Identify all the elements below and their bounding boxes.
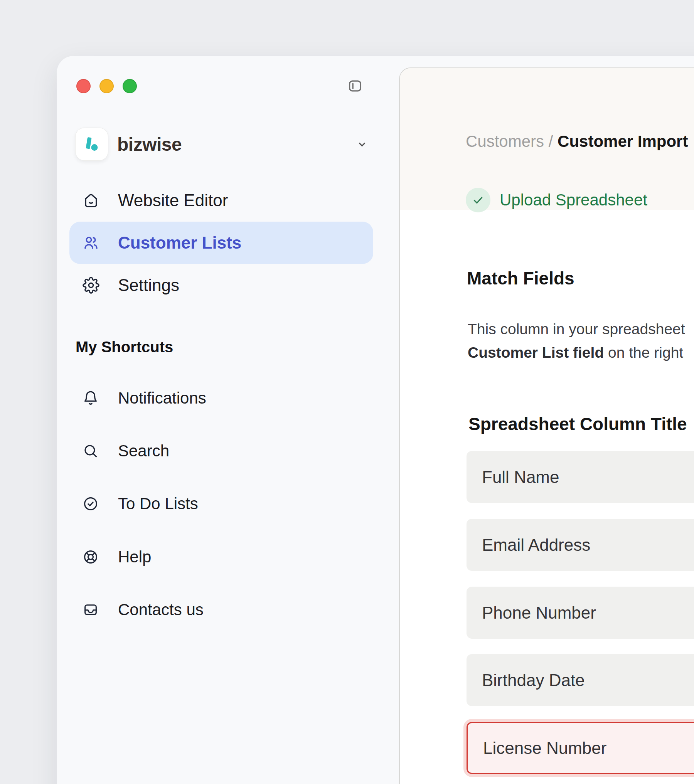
zoom-window-button[interactable] (123, 79, 137, 93)
check-circle-icon (83, 496, 99, 512)
bell-icon (83, 390, 99, 406)
sidebar-item-settings[interactable]: Settings (69, 264, 373, 306)
sidebar-item-label: Help (118, 548, 151, 566)
column-header-spreadsheet-column-title: Spreadsheet Column Title (468, 414, 687, 434)
sidebar-item-search[interactable]: Search (69, 430, 373, 472)
field-label: Email Address (482, 535, 590, 555)
field-label: Full Name (482, 468, 559, 487)
sidebar-item-customer-lists[interactable]: Customer Lists (69, 222, 373, 264)
sidebar-item-label: Search (118, 442, 169, 460)
field-row-full-name[interactable]: Full Name (467, 451, 694, 503)
field-label: Phone Number (482, 603, 596, 622)
check-icon (471, 193, 485, 207)
step-completed-badge (466, 188, 490, 212)
sidebar-item-label: Settings (118, 276, 179, 295)
field-row-license-number[interactable]: License Number (467, 722, 694, 774)
life-buoy-icon (83, 549, 99, 565)
sidebar-toggle-icon[interactable] (347, 78, 363, 94)
sidebar-item-label: To Do Lists (118, 495, 198, 513)
description-line-2: Customer List field on the right (468, 341, 685, 364)
description-line-1: This column in your spreadsheet (468, 317, 685, 341)
window-controls (76, 79, 137, 93)
breadcrumb-separator: / (544, 132, 558, 150)
inbox-icon (83, 602, 99, 618)
breadcrumb-current-page: Customer Import (558, 132, 688, 150)
field-label: License Number (483, 739, 606, 758)
breadcrumb: Customers / Customer Import (466, 132, 688, 151)
workspace-switcher[interactable]: bizwise (75, 128, 380, 160)
close-window-button[interactable] (76, 79, 91, 93)
field-row-phone-number[interactable]: Phone Number (467, 587, 694, 639)
bizwise-logo (75, 128, 108, 161)
sidebar-item-label: Notifications (118, 389, 206, 407)
chevron-down-icon[interactable] (356, 138, 368, 151)
field-row-email-address[interactable]: Email Address (467, 519, 694, 571)
home-icon (83, 192, 99, 209)
gear-icon (83, 277, 99, 294)
shortcuts-section-header: My Shortcuts (76, 338, 173, 356)
field-row-birthday-date[interactable]: Birthday Date (467, 654, 694, 706)
page-title: Match Fields (467, 268, 574, 289)
sidebar-item-label: Customer Lists (118, 233, 241, 252)
minimize-window-button[interactable] (99, 79, 114, 93)
sidebar-item-contacts-us[interactable]: Contacts us (69, 589, 373, 631)
sidebar-item-website-editor[interactable]: Website Editor (69, 179, 373, 222)
sidebar-item-notifications[interactable]: Notifications (69, 377, 373, 419)
sidebar-item-to-do-lists[interactable]: To Do Lists (69, 483, 373, 525)
step-upload-spreadsheet[interactable]: Upload Spreadsheet (466, 188, 647, 212)
field-label: Birthday Date (482, 671, 585, 690)
step-label: Upload Spreadsheet (500, 191, 647, 209)
users-icon (83, 234, 99, 251)
brand-name: bizwise (117, 134, 182, 155)
sidebar-item-label: Contacts us (118, 601, 204, 619)
search-icon (83, 443, 99, 459)
sidebar-item-help[interactable]: Help (69, 536, 373, 578)
main-panel: Customers / Customer Import Upload Sprea… (399, 67, 694, 784)
match-fields-description: This column in your spreadsheet Customer… (468, 317, 685, 364)
sidebar-item-label: Website Editor (118, 191, 228, 210)
breadcrumb-customers-link[interactable]: Customers (466, 132, 544, 150)
